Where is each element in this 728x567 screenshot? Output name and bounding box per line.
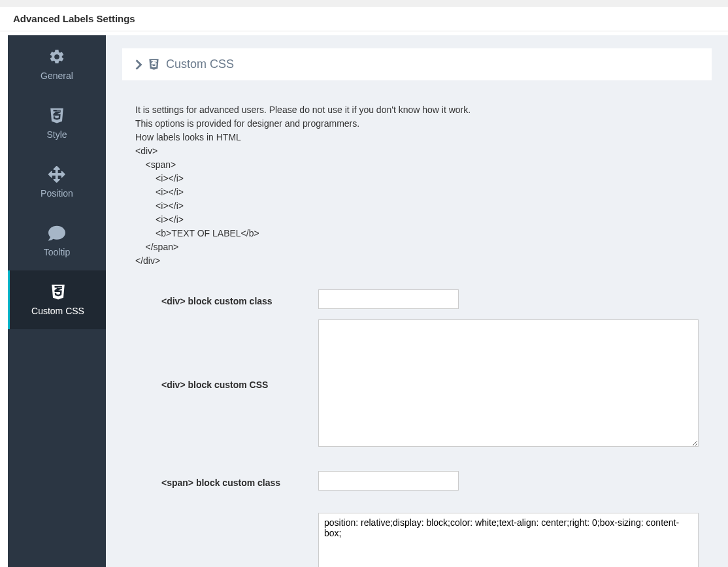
field-label: <div> block custom class [135,293,318,306]
page-title: Advanced Labels Settings [13,13,715,24]
css3-icon [49,107,65,124]
sidebar-item-general[interactable]: General [8,35,106,94]
sidebar-item-style[interactable]: Style [8,94,106,153]
css3-icon [148,58,159,71]
field-label: <span> block custom class [135,474,318,488]
chevron-right-icon [135,59,142,70]
div-css-textarea[interactable] [318,319,699,447]
sidebar-item-tooltip[interactable]: Tooltip [8,212,106,270]
settings-sidebar: General Style Position Tooltip Custom CS [8,35,106,567]
intro-line: It is settings for advanced users. Pleas… [135,103,699,117]
code-line: <i></i> [135,172,699,186]
sidebar-item-position[interactable]: Position [8,153,106,212]
span-css-textarea[interactable] [318,513,699,567]
sidebar-item-label: General [41,71,73,81]
sidebar-item-custom-css[interactable]: Custom CSS [8,270,106,329]
css3-icon [50,284,66,300]
code-line: </span> [135,240,699,254]
intro-text: It is settings for advanced users. Pleas… [122,103,712,268]
div-class-input[interactable] [318,289,459,309]
code-line: <b>TEXT OF LABEL</b> [135,227,699,240]
field-label: <span> block custom CSS [135,513,318,567]
comment-icon [48,225,66,242]
field-span-css: <span> block custom CSS [122,508,712,567]
field-span-class: <span> block custom class [122,466,712,496]
panel-header[interactable]: Custom CSS [122,48,712,80]
panel-title: Custom CSS [166,57,234,71]
sidebar-item-label: Custom CSS [31,306,84,316]
field-label: <div> block custom CSS [135,319,318,447]
code-line: <i></i> [135,186,699,199]
content-area: Custom CSS It is settings for advanced u… [106,35,728,567]
code-line: <span> [135,158,699,172]
gear-icon [48,48,65,65]
code-sample: <div> <span> <i></i> <i></i> <i></i> <i>… [135,144,699,268]
field-div-css: <div> block custom CSS [122,314,712,454]
code-line: <i></i> [135,213,699,227]
sidebar-item-label: Position [41,188,73,199]
code-line: </div> [135,254,699,268]
top-bar [0,0,728,7]
span-class-input[interactable] [318,471,459,491]
arrows-icon [48,166,65,183]
code-line: <i></i> [135,199,699,213]
code-line: <div> [135,144,699,158]
intro-line: How labels looks in HTML [135,131,699,144]
page-header: Advanced Labels Settings [0,7,728,31]
intro-line: This options is provided for designer an… [135,117,699,131]
sidebar-item-label: Tooltip [44,247,70,257]
sidebar-item-label: Style [46,129,67,140]
field-div-class: <div> block custom class [122,284,712,314]
